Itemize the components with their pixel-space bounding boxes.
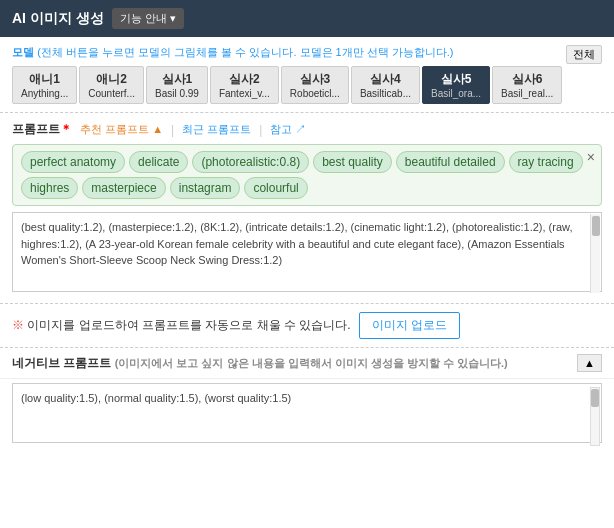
guide-button[interactable]: 기능 안내 ▾ bbox=[112, 8, 184, 29]
model-all-button[interactable]: 전체 bbox=[566, 45, 602, 64]
model-tab-ani1[interactable]: 애니1Anything... bbox=[12, 66, 77, 104]
image-upload-button[interactable]: 이미지 업로드 bbox=[359, 312, 460, 339]
model-tabs: 애니1Anything...애니2Counterf...실사1Basil 0.9… bbox=[12, 66, 602, 104]
reference-link[interactable]: 참고 ↗ bbox=[270, 122, 306, 137]
model-tab-real6[interactable]: 실사6Basil_real... bbox=[492, 66, 562, 104]
prompt-tag[interactable]: masterpiece bbox=[82, 177, 165, 199]
prompt-tag[interactable]: perfect anatomy bbox=[21, 151, 125, 173]
prompt-tag[interactable]: (photorealistic:0.8) bbox=[192, 151, 309, 173]
prompt-tag[interactable]: best quality bbox=[313, 151, 392, 173]
prompt-tag[interactable]: ray tracing bbox=[509, 151, 583, 173]
prompt-section: 프롬프트＊ 추천 프롬프트 ▲ | 최근 프롬프트 | 참고 ↗ perfect… bbox=[0, 113, 614, 304]
recommended-prompt-link[interactable]: 추천 프롬프트 ▲ bbox=[80, 122, 163, 137]
negative-textarea[interactable] bbox=[12, 383, 602, 443]
model-tab-real2[interactable]: 실사2Fantexi_v... bbox=[210, 66, 279, 104]
upload-note: ※ 이미지를 업로드하여 프롬프트를 자동으로 채울 수 있습니다. bbox=[12, 317, 351, 334]
prompt-tag[interactable]: delicate bbox=[129, 151, 188, 173]
model-label: 모델 (전체 버튼을 누르면 모델의 그림체를 볼 수 있습니다. 모델은 1개… bbox=[12, 45, 602, 60]
model-section: 모델 (전체 버튼을 누르면 모델의 그림체를 볼 수 있습니다. 모델은 1개… bbox=[0, 37, 614, 113]
model-tab-real1[interactable]: 실사1Basil 0.99 bbox=[146, 66, 208, 104]
app-header: AI 이미지 생성 기능 안내 ▾ bbox=[0, 0, 614, 37]
app-title: AI 이미지 생성 bbox=[12, 10, 104, 28]
model-tab-real5[interactable]: 실사5Basil_ora... bbox=[422, 66, 490, 104]
negative-section: 네거티브 프롬프트 (이미지에서 보고 싶지 않은 내용을 입력해서 이미지 생… bbox=[0, 348, 614, 454]
prompt-tag[interactable]: instagram bbox=[170, 177, 241, 199]
neg-scrollbar bbox=[590, 387, 600, 446]
negative-textarea-wrap bbox=[0, 379, 614, 454]
negative-toggle-button[interactable]: ▲ bbox=[577, 354, 602, 372]
scrollbar-thumb bbox=[592, 216, 600, 236]
prompt-textarea-wrap bbox=[12, 212, 602, 295]
negative-header: 네거티브 프롬프트 (이미지에서 보고 싶지 않은 내용을 입력해서 이미지 생… bbox=[0, 348, 614, 379]
prompt-textarea[interactable] bbox=[12, 212, 602, 292]
model-tab-real3[interactable]: 실사3Roboeticl... bbox=[281, 66, 349, 104]
model-tab-ani2[interactable]: 애니2Counterf... bbox=[79, 66, 144, 104]
neg-scrollbar-thumb bbox=[591, 389, 599, 407]
prompt-header: 프롬프트＊ 추천 프롬프트 ▲ | 최근 프롬프트 | 참고 ↗ bbox=[12, 121, 602, 138]
prompt-tag[interactable]: colourful bbox=[244, 177, 307, 199]
prompt-title: 프롬프트＊ bbox=[12, 121, 72, 138]
prompt-tag[interactable]: beautiful detailed bbox=[396, 151, 505, 173]
tag-close-button[interactable]: × bbox=[587, 149, 595, 165]
tag-list: perfect anatomydelicate(photorealistic:0… bbox=[21, 151, 593, 199]
upload-section: ※ 이미지를 업로드하여 프롬프트를 자동으로 채울 수 있습니다. 이미지 업… bbox=[0, 304, 614, 348]
recent-prompt-link[interactable]: 최근 프롬프트 bbox=[182, 122, 251, 137]
tag-container: perfect anatomydelicate(photorealistic:0… bbox=[12, 144, 602, 206]
model-tab-real4[interactable]: 실사4Basilticab... bbox=[351, 66, 420, 104]
prompt-tag[interactable]: highres bbox=[21, 177, 78, 199]
negative-title: 네거티브 프롬프트 (이미지에서 보고 싶지 않은 내용을 입력해서 이미지 생… bbox=[12, 355, 508, 372]
textarea-scrollbar bbox=[590, 214, 600, 293]
